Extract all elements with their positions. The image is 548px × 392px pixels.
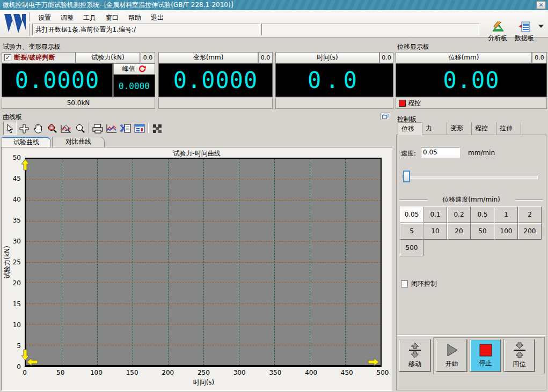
control-tab-3[interactable]: 变形: [447, 122, 472, 135]
curve-export-icon: [106, 124, 117, 134]
app-logo-icon: [3, 12, 27, 35]
status-field-2: [261, 24, 479, 35]
zoom-box-tool-button[interactable]: [45, 122, 59, 135]
x-tick-label: 150: [126, 369, 138, 376]
speed-preset-0.05[interactable]: 0.05: [400, 206, 423, 223]
displacement-header-button[interactable]: 位移(mm): [396, 52, 532, 63]
checkbox-unchecked-icon[interactable]: [401, 280, 408, 287]
speed-slider-track[interactable]: [403, 175, 538, 179]
tab-test-curve[interactable]: 试验曲线: [2, 137, 51, 147]
x-tick-label: 500: [377, 369, 389, 376]
return-position-icon: [512, 342, 527, 358]
displacement-panel-title: 位移显示板: [397, 42, 429, 51]
magnifier-tool-button[interactable]: [73, 122, 86, 135]
peak-reset-icon[interactable]: [138, 65, 146, 73]
speed-slider-thumb[interactable]: [403, 171, 410, 182]
x-tick-label: 50: [56, 369, 64, 376]
curve-panel-title: 曲线板: [0, 113, 393, 121]
speed-preset-1[interactable]: 1: [494, 206, 518, 223]
menu-item-3[interactable]: 工具: [78, 12, 101, 24]
plot-area[interactable]: [25, 158, 382, 367]
speed-preset-100[interactable]: 100: [494, 223, 518, 240]
menu-item-4[interactable]: 窗口: [101, 12, 123, 24]
control-tab-1[interactable]: 位移: [398, 122, 422, 135]
curve-restore-button[interactable]: [381, 113, 390, 120]
curve-export-button[interactable]: [105, 122, 118, 135]
peak-button[interactable]: 峰值: [113, 63, 155, 75]
pan-tool-button[interactable]: [31, 122, 45, 135]
force-header-button[interactable]: 试验力(kN): [76, 52, 140, 63]
close-button[interactable]: ✕: [536, 1, 546, 9]
speed-preset-0.5[interactable]: 0.5: [471, 206, 494, 223]
toolbar-more-dropdown[interactable]: [538, 25, 544, 28]
speed-preset-20[interactable]: 20: [447, 223, 471, 240]
x-axis-label: 时间(s): [25, 378, 383, 387]
tab-compare-curve[interactable]: 对比曲线: [52, 137, 105, 147]
move-button[interactable]: 移动: [399, 339, 430, 372]
checkbox-checked-icon[interactable]: ✓: [4, 54, 11, 61]
return-button[interactable]: 回位: [504, 339, 535, 372]
time-display: 0.0: [275, 63, 393, 97]
h-gridline: [26, 241, 381, 242]
control-panel: 控制板 速度: mm/min 位移速度(mm/min) 闭环控制 移动 开始 停…: [396, 114, 547, 391]
cut-page-button[interactable]: [119, 122, 132, 135]
menu-item-2[interactable]: 调整: [56, 12, 78, 24]
data-panel-button[interactable]: 数据板: [512, 21, 537, 43]
status-text: 共打开数据1条,当前位置为1,编号:/: [35, 26, 136, 33]
force-deform-panel-title: 试验力、变形显示板: [3, 42, 61, 51]
speed-preset-0.2[interactable]: 0.2: [447, 206, 471, 223]
menu-item-1[interactable]: 设置: [33, 12, 56, 24]
break-judge-checkbox[interactable]: ✓ 断裂/破碎判断: [2, 52, 76, 63]
y-tick-label: 45: [13, 175, 21, 182]
divider: [148, 123, 149, 134]
closed-loop-checkbox[interactable]: 闭环控制: [401, 279, 437, 289]
displacement-footer: 程控: [396, 98, 547, 109]
hand-pan-icon: [34, 124, 42, 134]
limit-marker-right-icon: [368, 358, 379, 366]
x-tick-label: 200: [162, 369, 174, 376]
displacement-display: 0.00: [396, 63, 547, 97]
zoom-box-icon: [47, 124, 57, 134]
x-axis-ticks: 050100150200250300350400450500: [25, 369, 383, 376]
time-header-button[interactable]: 时间(s): [275, 52, 379, 63]
report-panel-button[interactable]: [133, 122, 146, 135]
chart-title: 试验力-时间曲线: [2, 149, 392, 158]
speed-preset-5[interactable]: 5: [400, 223, 423, 240]
menu-item-6[interactable]: 退出: [146, 12, 169, 24]
stop-button[interactable]: 停止: [470, 339, 501, 372]
y-tick-label: 40: [13, 196, 21, 203]
speed-input[interactable]: [421, 147, 460, 158]
control-tab-5[interactable]: 拉伸: [496, 122, 521, 135]
print-button[interactable]: [91, 122, 104, 135]
pencil-triangle-icon: [491, 21, 505, 32]
y-tick-label: 5: [17, 342, 21, 350]
speed-preset-500[interactable]: 500: [400, 240, 423, 256]
zoom-curve-tool-button[interactable]: [59, 122, 72, 135]
x-tick-label: 400: [305, 369, 317, 376]
force-display: 0.0000: [2, 63, 113, 97]
analysis-panel-button[interactable]: 分析板: [485, 21, 510, 43]
grid-pattern-button[interactable]: [150, 122, 164, 135]
data-document-icon: [518, 21, 530, 32]
speed-preset-10[interactable]: 10: [423, 223, 447, 240]
start-button[interactable]: 开始: [436, 339, 467, 372]
control-tab-4[interactable]: 程控: [472, 122, 496, 135]
speed-preset-2[interactable]: 2: [518, 206, 542, 223]
x-tick-label: 100: [90, 369, 103, 376]
curve-toolbar: [1, 121, 392, 136]
menu-item-5[interactable]: 帮助: [123, 12, 146, 24]
speed-preset-50[interactable]: 50: [471, 223, 494, 240]
deform-header-button[interactable]: 变形(mm): [158, 52, 258, 63]
move-tool-button[interactable]: [17, 122, 31, 135]
h-gridline: [26, 324, 381, 324]
control-tab-2[interactable]: 力: [422, 122, 447, 135]
speed-preset-200[interactable]: 200: [518, 223, 542, 240]
speed-preset-0.1[interactable]: 0.1: [423, 206, 447, 223]
y-tick-label: 10: [13, 321, 21, 329]
status-field: 共打开数据1条,当前位置为1,编号:/: [32, 24, 260, 35]
pointer-tool-button[interactable]: [3, 122, 17, 135]
time-header-value: 0.0: [379, 52, 393, 63]
restore-window-icon: [382, 114, 389, 119]
force-range-label: 50.0kN: [2, 98, 155, 109]
y-tick-label: 35: [13, 217, 21, 224]
